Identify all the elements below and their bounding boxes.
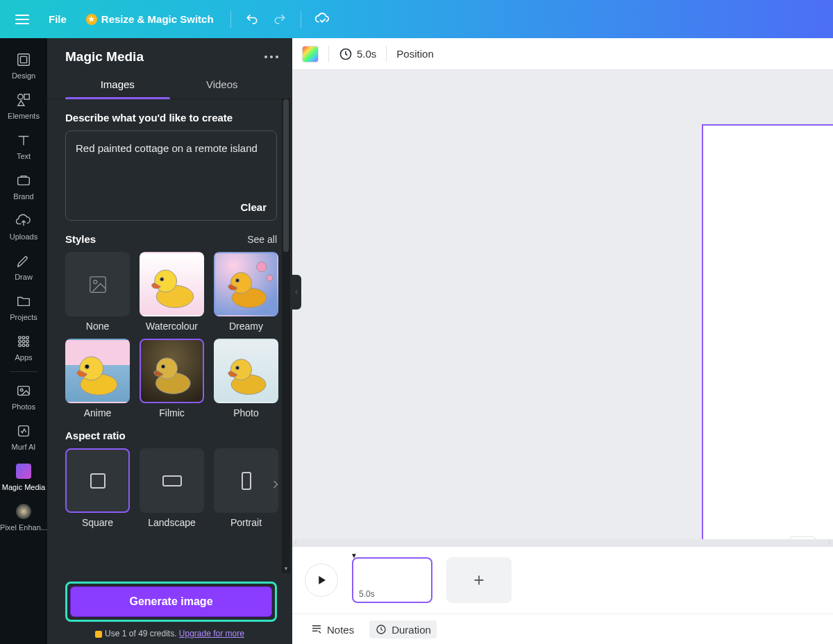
rail-elements[interactable]: Elements [0, 85, 47, 126]
cloud-sync-icon[interactable] [311, 8, 333, 31]
rail-label: Text [17, 152, 31, 160]
style-anime[interactable]: Anime [65, 339, 130, 418]
style-none[interactable]: None [65, 252, 130, 332]
svg-rect-17 [90, 276, 106, 292]
style-label: Anime [84, 407, 112, 418]
notes-button[interactable]: Notes [305, 620, 360, 638]
image-placeholder-icon [87, 274, 108, 295]
aspect-label-text: Landscape [148, 517, 196, 528]
see-all-styles[interactable]: See all [247, 234, 277, 245]
aspect-grid: Square Landscape Portrait [65, 448, 277, 528]
svg-rect-3 [24, 94, 29, 99]
magic-media-panel: Magic Media Images Videos ▼ Describe wha… [47, 38, 292, 644]
style-photo[interactable]: Photo [214, 339, 278, 418]
duration-value: 5.0s [357, 48, 376, 60]
prompt-input[interactable]: Red painted cottage on a remote island C… [65, 130, 277, 221]
rail-label: Brand [13, 192, 33, 201]
style-watercolour[interactable]: Watercolour [140, 252, 204, 332]
duration-control[interactable]: 5.0s [339, 47, 376, 61]
scroll-thumb[interactable] [283, 99, 289, 252]
style-label: None [86, 321, 109, 332]
frame-duration-label: 5.0s [359, 589, 375, 599]
rail-brand[interactable]: Brand [0, 166, 47, 206]
rail-uploads[interactable]: Uploads [0, 206, 47, 246]
panel-more-button[interactable] [264, 56, 278, 58]
add-page-button[interactable] [446, 557, 512, 603]
clear-button[interactable]: Clear [240, 201, 267, 213]
hscroll-right[interactable] [826, 539, 833, 546]
aspect-label: Aspect ratio [65, 430, 277, 441]
duration-button[interactable]: Duration [369, 620, 437, 638]
rail-label: Murf AI [12, 443, 36, 451]
undo-button[interactable] [241, 8, 263, 31]
rail-separator [10, 371, 37, 372]
color-picker[interactable] [302, 46, 319, 62]
rail-projects[interactable]: Projects [0, 287, 47, 327]
style-label: Dreamy [229, 321, 263, 332]
rail-murf-ai[interactable]: Murf AI [0, 416, 47, 457]
rail-label: Photos [12, 402, 35, 411]
canvas-toolbar: 5.0s Position [292, 38, 833, 70]
duck-illustration [141, 252, 203, 316]
duration-label: Duration [392, 624, 431, 636]
svg-point-7 [26, 337, 29, 339]
magic-media-icon [16, 464, 31, 479]
aspect-label-text: Square [82, 517, 113, 528]
panel-body: ▼ Describe what you'd like to create Red… [47, 99, 292, 573]
canvas-area: 5.0s Position [292, 38, 833, 546]
pixel-enhance-icon [16, 504, 31, 519]
style-dreamy[interactable]: Dreamy [214, 252, 278, 332]
aspect-square[interactable]: Square [65, 448, 130, 528]
rail-pixel-enhance[interactable]: Pixel Enhan... [0, 497, 47, 537]
aspect-landscape[interactable]: Landscape [140, 448, 204, 528]
rail-design[interactable]: Design [0, 45, 47, 85]
generate-highlight: Generate image [65, 582, 277, 622]
hscroll-left[interactable] [292, 539, 299, 546]
svg-point-18 [93, 280, 96, 283]
rail-label: Projects [10, 313, 37, 321]
rail-text[interactable]: Text [0, 126, 47, 166]
panel-title: Magic Media [65, 49, 144, 65]
design-page[interactable] [702, 124, 833, 557]
svg-rect-4 [18, 177, 30, 185]
svg-point-22 [257, 262, 267, 271]
style-label: Photo [233, 407, 259, 418]
position-button[interactable]: Position [396, 48, 433, 60]
notes-icon [310, 623, 323, 636]
play-button[interactable] [305, 564, 338, 597]
horizontal-scrollbar[interactable] [292, 539, 833, 546]
tab-images[interactable]: Images [65, 71, 170, 99]
collapse-panel-handle[interactable] [292, 275, 301, 310]
rail-magic-media[interactable]: Magic Media [0, 457, 47, 497]
tab-videos[interactable]: Videos [170, 71, 275, 99]
rail-label: Pixel Enhan... [0, 523, 47, 532]
upgrade-link[interactable]: Upgrade for more [179, 629, 244, 638]
svg-point-29 [85, 364, 89, 368]
rail-label: Apps [15, 353, 32, 362]
duck-illustration [141, 339, 203, 403]
separator [386, 46, 387, 62]
svg-point-13 [26, 344, 29, 347]
rail-draw[interactable]: Draw [0, 246, 47, 287]
svg-point-12 [22, 344, 25, 347]
timeline-frame-1[interactable]: ▼ 5.0s [352, 557, 432, 603]
style-filmic[interactable]: Filmic [140, 339, 204, 418]
svg-point-15 [20, 389, 23, 391]
panel-scrollbar[interactable]: ▼ [282, 99, 290, 573]
resize-magic-switch[interactable]: ★ Resize & Magic Switch [79, 9, 221, 29]
generate-image-button[interactable]: Generate image [70, 586, 272, 617]
aspect-next-button[interactable] [269, 477, 283, 491]
menu-button[interactable] [8, 6, 36, 33]
svg-point-10 [26, 340, 29, 343]
svg-point-8 [19, 340, 22, 343]
crown-icon: ★ [86, 14, 97, 25]
redo-button[interactable] [269, 8, 291, 31]
rail-photos[interactable]: Photos [0, 376, 47, 416]
svg-rect-1 [20, 56, 26, 62]
rail-apps[interactable]: Apps [0, 327, 47, 367]
scroll-down-arrow[interactable]: ▼ [282, 566, 290, 572]
style-label: Watercolour [146, 321, 198, 332]
top-bar: File ★ Resize & Magic Switch [0, 0, 833, 38]
file-menu[interactable]: File [42, 9, 74, 29]
svg-point-5 [19, 337, 22, 339]
